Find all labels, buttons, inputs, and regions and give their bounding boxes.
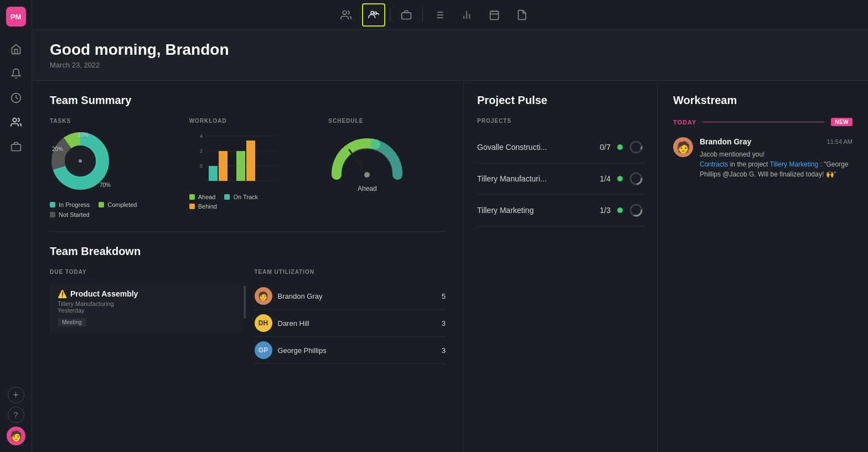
svg-point-24	[79, 159, 82, 163]
schedule-metric: SCHEDULE Ahead	[328, 118, 446, 193]
svg-rect-2	[11, 144, 20, 151]
svg-rect-33	[219, 151, 228, 181]
pie-label-10: 10%	[78, 132, 89, 138]
project-count-tillery-marketing: 1/3	[600, 206, 611, 215]
message-text-before: Jacob mentioned you!	[700, 150, 764, 158]
brandon-name: Brandon Gray	[278, 292, 323, 300]
svg-line-36	[349, 150, 367, 175]
workload-legend: Ahead On Track Behind	[189, 194, 307, 210]
daren-name: Daren Hill	[278, 319, 309, 328]
message-text-middle: in the project	[730, 160, 770, 168]
legend-ahead: Ahead	[189, 194, 216, 200]
schedule-label: SCHEDULE	[328, 118, 446, 124]
svg-rect-35	[246, 141, 255, 181]
svg-point-37	[364, 172, 370, 178]
svg-point-3	[343, 11, 347, 14]
today-line	[703, 122, 824, 122]
daren-count: 3	[442, 319, 446, 328]
workload-label: WORKLOAD	[189, 118, 307, 124]
top-nav	[0, 0, 868, 30]
project-row-tillery-mfg[interactable]: Tillery Manufacturi... 1/4	[477, 163, 644, 195]
message-text: Jacob mentioned you! Contracts in the pr…	[700, 149, 852, 179]
main-wrapper: Good morning, Brandon March 23, 2022 Tea…	[32, 30, 868, 452]
scrollbar	[244, 285, 246, 319]
message-time: 11:54 AM	[827, 138, 852, 145]
sidebar-add-button[interactable]: +	[8, 387, 24, 403]
sidebar-icon-notifications[interactable]	[6, 63, 27, 84]
left-sidebar: PM + ? 🧑	[0, 0, 32, 452]
sidebar-help-button[interactable]: ?	[8, 407, 24, 423]
metrics-row: TASKS 10% 20%	[50, 118, 446, 218]
pie-legend: In Progress Completed Not Started	[50, 201, 167, 218]
status-dot-tillery-marketing	[617, 207, 623, 213]
brandon-avatar: 🧑	[255, 287, 272, 305]
legend-on-track: On Track	[224, 194, 258, 200]
task-project: Tillery Manufacturing	[58, 300, 234, 307]
legend-behind: Behind	[189, 203, 307, 210]
gauge-label: Ahead	[328, 185, 406, 193]
task-card-product-assembly[interactable]: ⚠️ Product Assembly Tillery Manufacturin…	[50, 283, 241, 333]
pie-label-70: 70%	[100, 182, 111, 188]
sidebar-icon-people[interactable]	[6, 112, 27, 133]
nav-icon-document[interactable]	[510, 3, 534, 27]
util-row-brandon[interactable]: 🧑 Brandon Gray 5	[255, 283, 446, 310]
daren-avatar: DH	[255, 314, 272, 332]
util-row-daren[interactable]: DH Daren Hill 3	[255, 310, 446, 337]
message-card[interactable]: 🧑 Brandon Gray 11:54 AM Jacob mentioned …	[673, 137, 852, 179]
nav-divider-1	[390, 8, 390, 22]
george-avatar: GP	[255, 341, 272, 359]
svg-rect-6	[402, 12, 411, 19]
workload-bar-chart: 4 2 0	[189, 131, 278, 186]
workstream-title: Workstream	[673, 94, 852, 107]
status-dot-govalle	[617, 144, 623, 150]
utilization-label: TEAM UTILIZATION	[255, 269, 446, 275]
nav-icon-calendar[interactable]	[483, 3, 506, 27]
george-name: George Phillips	[278, 346, 327, 355]
svg-point-38	[631, 142, 642, 153]
task-tag: Meeting	[58, 318, 86, 326]
util-row-george[interactable]: GP George Phillips 3	[255, 337, 446, 364]
message-top: Brandon Gray 11:54 AM	[700, 137, 852, 146]
greeting-text: Good morning, Brandon	[50, 41, 851, 59]
legend-completed: Completed	[99, 201, 137, 208]
progress-ring-govalle	[628, 139, 644, 155]
sidebar-user-avatar[interactable]: 🧑	[7, 427, 25, 445]
svg-point-4	[371, 11, 374, 14]
pie-label-20: 20%	[52, 146, 63, 152]
util-user-brandon: 🧑 Brandon Gray	[255, 287, 323, 305]
nav-icon-members[interactable]	[334, 3, 358, 27]
progress-ring-tillery-mfg	[628, 171, 644, 186]
project-row-govalle[interactable]: Govalle Constructi... 0/7	[477, 132, 644, 163]
workstream-header: TODAY NEW	[673, 118, 852, 126]
team-breakdown-title: Team Breakdown	[50, 245, 446, 258]
svg-rect-32	[209, 166, 218, 181]
due-today-col: DUE TODAY ⚠️ Product Assembly Tillery Ma…	[50, 269, 241, 364]
project-name-tillery-marketing: Tillery Marketing	[477, 206, 600, 215]
nav-icon-chart[interactable]	[455, 3, 478, 27]
message-sender: Brandon Gray	[700, 137, 751, 146]
app-logo[interactable]: PM	[6, 7, 26, 27]
tasks-label: TASKS	[50, 118, 167, 124]
breakdown-cols: DUE TODAY ⚠️ Product Assembly Tillery Ma…	[50, 269, 446, 364]
task-date: Yesterday	[58, 307, 234, 314]
util-user-george: GP George Phillips	[255, 341, 327, 359]
svg-point-1	[13, 118, 17, 122]
sidebar-icon-history[interactable]	[6, 87, 27, 108]
message-link-contracts[interactable]: Contracts	[700, 160, 728, 168]
sidebar-icon-home[interactable]	[6, 39, 27, 60]
nav-icon-portfolio[interactable]	[395, 3, 418, 27]
nav-divider-2	[422, 8, 423, 22]
svg-text:4: 4	[200, 133, 203, 139]
sidebar-icon-briefcase[interactable]	[6, 136, 27, 157]
legend-in-progress: In Progress	[50, 201, 90, 208]
nav-icon-team[interactable]	[362, 3, 385, 27]
middle-panel: Project Pulse PROJECTS Govalle Construct…	[464, 81, 658, 452]
message-body: Brandon Gray 11:54 AM Jacob mentioned yo…	[700, 137, 852, 179]
message-link-tillery[interactable]: Tillery Marketing	[770, 160, 819, 168]
nav-icon-list[interactable]	[427, 3, 451, 27]
tasks-metric: TASKS 10% 20%	[50, 118, 167, 218]
project-count-govalle: 0/7	[600, 143, 611, 152]
project-row-tillery-marketing[interactable]: Tillery Marketing 1/3	[477, 195, 644, 226]
george-count: 3	[442, 346, 446, 355]
util-user-daren: DH Daren Hill	[255, 314, 309, 332]
